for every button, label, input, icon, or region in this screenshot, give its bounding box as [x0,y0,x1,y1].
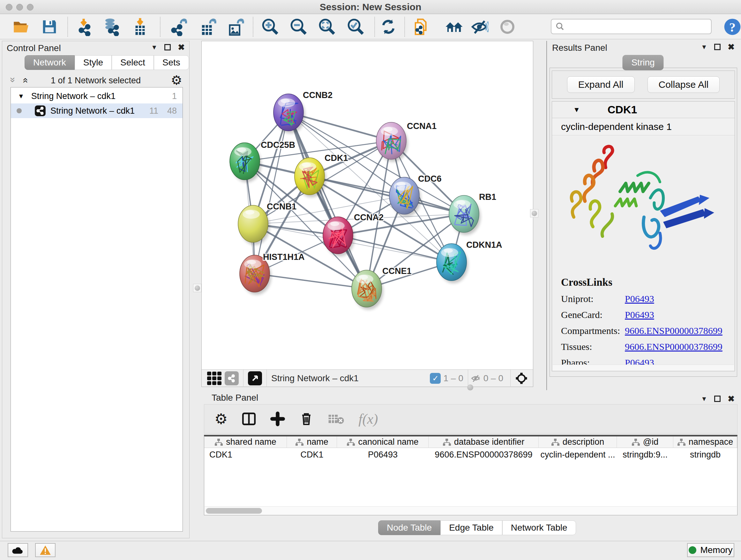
sphere-button[interactable] [497,17,517,37]
clone-network-button[interactable] [411,17,431,37]
string-network-icon [35,105,46,117]
close-panel-icon[interactable]: ✖ [728,394,735,404]
gene-section: ▼ CDK1 cyclin-dependent kinase 1 [552,101,735,371]
table-header-row[interactable]: shared namenamecanonical namedatabase id… [204,436,737,448]
protein-node-ccnb1[interactable] [238,205,270,245]
export-image-button[interactable] [226,17,246,37]
tab-sets[interactable]: Sets [154,55,189,70]
search-input[interactable] [567,22,701,32]
section-expander-icon[interactable]: ▼ [573,106,580,114]
left-divider-handle[interactable] [193,284,201,292]
network-view-toolbar: String Network – cdk1 ✓ 1 – 0 0 – 0 [202,369,533,387]
horizontal-divider-handle[interactable] [467,384,473,390]
close-window-icon[interactable] [6,4,12,10]
collapse-panel-icon[interactable]: ▼ [701,44,707,51]
search-box[interactable] [551,19,712,34]
close-panel-icon[interactable]: ✖ [728,42,735,52]
protein-node-cdc6[interactable] [389,177,421,217]
add-column-icon[interactable] [270,412,285,426]
birdseye-view-icon[interactable] [248,371,262,385]
right-divider-handle[interactable] [530,209,538,217]
tab-edge-table[interactable]: Edge Table [441,520,502,535]
collapse-panel-icon[interactable]: ▼ [151,44,157,51]
houses-button[interactable] [444,17,464,37]
tab-network[interactable]: Network [24,55,75,70]
crosslink-value-link[interactable]: 9606.ENSP00000378699 [625,341,723,352]
zoom-out-button[interactable] [289,17,309,37]
collapse-all-button[interactable]: Collapse All [648,76,720,93]
protein-node-ccna1[interactable] [376,122,408,162]
import-network-database-button[interactable] [102,17,122,37]
export-table-button[interactable] [198,17,218,37]
navigator-crosshair-icon[interactable] [515,372,528,385]
float-panel-icon[interactable] [164,44,171,51]
column-header-1[interactable]: name [287,436,337,448]
collapse-panel-icon[interactable]: ▼ [701,395,707,402]
zoom-selected-button[interactable] [346,17,366,37]
open-session-button[interactable] [11,17,31,37]
float-panel-icon[interactable] [714,395,721,402]
crosslink-value-link[interactable]: 9606.ENSP00000378699 [625,325,723,336]
split-columns-icon[interactable] [242,412,256,426]
section-scrollbar[interactable] [553,365,734,370]
protein-node-cdkn1a[interactable] [436,244,468,283]
column-header-3[interactable]: database identifier [428,436,539,448]
network-view[interactable]: CCNB2CCNA1CDC25BCDK1CDC6RB1CCNB1CCNA2CDK… [201,41,533,387]
crosslink-value-link[interactable]: P06493 [625,309,654,320]
control-panel-title: Control Panel [7,43,61,53]
window-controls[interactable] [6,4,33,10]
table-cell: P06493 [337,448,428,461]
function-builder-icon[interactable]: f(x) [358,411,378,427]
tab-node-table[interactable]: Node Table [378,520,441,535]
network-collection-row[interactable]: ▼ String Network – cdk1 1 [11,89,183,104]
share-view-icon[interactable] [225,371,239,385]
cloud-button[interactable] [8,543,28,557]
table-cell: stringdb [673,448,737,461]
gene-section-header[interactable]: ▼ CDK1 [552,102,735,118]
zoom-fit-button[interactable] [317,17,337,37]
import-network-file-button[interactable] [74,17,94,37]
memory-button[interactable]: Memory [687,543,734,557]
grid-view-icon[interactable] [206,371,222,385]
hide-glass-effect-button[interactable] [469,17,489,37]
selected-checkbox-icon[interactable]: ✓ [430,373,441,384]
gear-icon[interactable]: ⚙ [214,412,227,426]
crosslink-value-link[interactable]: P06493 [625,294,654,304]
column-header-5[interactable]: @id [617,436,673,448]
import-table-file-button[interactable] [130,17,150,37]
zoom-in-button[interactable] [260,17,280,37]
delete-icon[interactable] [299,412,314,426]
protein-node-ccne1[interactable] [352,270,383,310]
export-network-button[interactable] [170,17,190,37]
column-header-2[interactable]: canonical name [337,436,428,448]
protein-node-ccna2[interactable] [323,217,354,256]
float-panel-icon[interactable] [714,44,721,50]
column-header-4[interactable]: description [539,436,617,448]
tab-network-table[interactable]: Network Table [502,520,576,535]
column-header-6[interactable]: namespace [673,436,737,448]
maximize-window-icon[interactable] [27,4,33,10]
tab-select[interactable]: Select [112,55,154,70]
warnings-button[interactable] [35,543,56,557]
network-row[interactable]: String Network – cdk1 11 48 [11,104,183,118]
save-session-button[interactable] [40,17,59,37]
protein-node-cdk1[interactable] [294,158,326,197]
network-canvas[interactable]: CCNB2CCNA1CDC25BCDK1CDC6RB1CCNB1CCNA2CDK… [202,41,533,369]
close-panel-icon[interactable]: ✖ [178,43,185,52]
collection-expander-icon[interactable]: ▼ [18,92,24,100]
scrollbar-thumb[interactable] [206,508,262,514]
tab-style[interactable]: Style [75,55,112,70]
minimize-window-icon[interactable] [16,4,23,10]
tab-string[interactable]: String [622,55,664,70]
help-button[interactable]: ? [723,17,741,37]
expand-all-button[interactable]: Expand All [567,76,635,93]
gear-icon[interactable]: ⚙ [171,74,182,86]
table-horizontal-scrollbar[interactable] [205,506,737,515]
protein-node-rb1[interactable] [449,195,481,235]
table-row[interactable]: CDK1CDK1P064939606.ENSP00000378699cyclin… [204,448,737,461]
refresh-layout-button[interactable] [379,17,398,37]
attribute-tree-icon [551,438,559,446]
delete-table-icon[interactable] [328,413,344,425]
column-header-0[interactable]: shared name [204,436,287,448]
protein-node-ccnb2[interactable] [273,94,305,133]
